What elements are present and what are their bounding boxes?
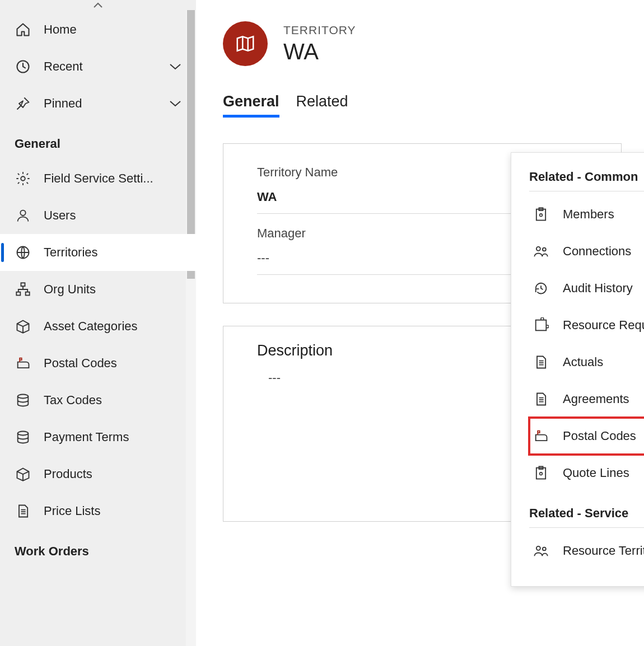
clipboard-gear-icon xyxy=(533,465,549,481)
svg-point-11 xyxy=(540,214,543,217)
document-icon xyxy=(533,354,549,371)
sidebar-item-territories[interactable]: Territories xyxy=(0,234,196,271)
related-item-label: Members xyxy=(563,207,614,222)
svg-point-12 xyxy=(536,247,540,251)
history-icon xyxy=(533,280,549,297)
sidebar-item-label: Recent xyxy=(44,59,83,74)
people-icon xyxy=(533,243,549,260)
related-item-members[interactable]: Members xyxy=(529,196,644,233)
scroll-up-icon[interactable] xyxy=(0,0,196,10)
pin-icon xyxy=(15,95,31,112)
related-item-actuals[interactable]: Actuals xyxy=(529,344,644,381)
sidebar-item-label: Price Lists xyxy=(44,504,100,518)
sidebar-item-label: Pinned xyxy=(44,96,82,111)
related-item-label: Actuals xyxy=(563,355,603,369)
tab-related[interactable]: Related xyxy=(296,93,348,118)
puzzle-icon xyxy=(533,317,549,334)
org-units-icon xyxy=(15,281,31,298)
asset-categories-icon xyxy=(15,318,31,335)
globe-icon xyxy=(15,244,31,261)
record-name: WA xyxy=(283,39,356,64)
related-item-connections[interactable]: Connections xyxy=(529,233,644,270)
related-group-common-header: Related - Common xyxy=(529,170,644,191)
sidebar-nav: Home Recent Pinned General Fi xyxy=(0,0,196,646)
people-icon xyxy=(533,542,549,559)
record-header: TERRITORY WA xyxy=(223,21,644,66)
related-item-label: Resource Territories xyxy=(563,544,644,558)
sidebar-item-label: Payment Terms xyxy=(44,430,129,444)
entity-type-label: TERRITORY xyxy=(283,24,356,37)
sidebar-item-label: Home xyxy=(44,22,77,37)
sidebar-item-pinned[interactable]: Pinned xyxy=(0,85,196,122)
related-item-agreements[interactable]: Agreements xyxy=(529,381,644,418)
sidebar-item-asset-categories[interactable]: Asset Categories xyxy=(0,308,196,345)
sidebar-item-org-units[interactable]: Org Units xyxy=(0,271,196,308)
clock-icon xyxy=(15,58,31,75)
stack-icon xyxy=(15,392,31,409)
related-item-label: Quote Lines xyxy=(563,466,629,480)
sidebar-item-label: Org Units xyxy=(44,282,96,297)
sidebar-section-work-orders: Work Orders xyxy=(0,530,196,568)
related-item-quote-lines[interactable]: Quote Lines xyxy=(529,455,644,491)
sidebar-item-tax-codes[interactable]: Tax Codes xyxy=(0,382,196,419)
mailbox-icon xyxy=(15,355,31,372)
svg-point-1 xyxy=(21,176,25,180)
related-item-label: Connections xyxy=(563,244,631,259)
sidebar-item-field-service-settings[interactable]: Field Service Setti... xyxy=(0,160,196,197)
related-flyout: Related - Common Members Connections Aud… xyxy=(511,152,644,587)
document-icon xyxy=(15,503,31,519)
clipboard-gear-icon xyxy=(533,206,549,223)
svg-point-17 xyxy=(540,472,543,475)
chevron-down-icon xyxy=(169,63,181,71)
related-item-label: Postal Codes xyxy=(563,429,636,443)
related-group-service-header: Related - Service xyxy=(529,506,644,528)
related-item-label: Resource Requirements xyxy=(563,318,644,333)
sidebar-item-products[interactable]: Products xyxy=(0,456,196,493)
related-item-label: Audit History xyxy=(563,281,633,296)
mailbox-icon xyxy=(533,428,549,444)
related-item-resource-requirements[interactable]: Resource Requirements xyxy=(529,307,644,344)
svg-point-7 xyxy=(18,395,29,399)
sidebar-item-postal-codes[interactable]: Postal Codes xyxy=(0,345,196,382)
territory-icon xyxy=(223,21,268,66)
tab-list: General Related xyxy=(223,93,644,121)
svg-point-19 xyxy=(543,547,546,551)
home-icon xyxy=(15,21,31,38)
document-icon xyxy=(533,391,549,408)
sidebar-item-label: Users xyxy=(44,208,76,223)
sidebar-item-label: Field Service Setti... xyxy=(44,171,153,186)
svg-rect-4 xyxy=(21,283,25,286)
svg-point-8 xyxy=(18,432,29,436)
svg-point-2 xyxy=(20,210,25,216)
stack-icon xyxy=(15,429,31,446)
related-item-label: Agreements xyxy=(563,392,629,406)
sidebar-item-label: Territories xyxy=(44,245,98,260)
sidebar-item-users[interactable]: Users xyxy=(0,197,196,234)
sidebar-item-label: Tax Codes xyxy=(44,393,102,408)
tab-general[interactable]: General xyxy=(223,93,279,118)
svg-point-13 xyxy=(543,248,546,251)
gear-icon xyxy=(15,170,31,187)
sidebar-item-price-lists[interactable]: Price Lists xyxy=(0,493,196,530)
svg-rect-14 xyxy=(536,320,547,331)
sidebar-item-payment-terms[interactable]: Payment Terms xyxy=(0,419,196,456)
sidebar-item-label: Products xyxy=(44,467,92,481)
svg-rect-6 xyxy=(26,292,30,296)
sidebar-item-label: Asset Categories xyxy=(44,319,138,334)
related-item-postal-codes[interactable]: Postal Codes xyxy=(529,418,644,455)
svg-rect-5 xyxy=(16,292,20,296)
sidebar-item-recent[interactable]: Recent xyxy=(0,48,196,85)
user-icon xyxy=(15,207,31,224)
package-icon xyxy=(15,466,31,483)
sidebar-item-label: Postal Codes xyxy=(44,356,117,371)
main-content: TERRITORY WA General Related Territory N… xyxy=(196,0,644,646)
chevron-down-icon xyxy=(169,100,181,107)
related-item-audit-history[interactable]: Audit History xyxy=(529,270,644,307)
svg-point-18 xyxy=(536,546,540,550)
related-item-resource-territories[interactable]: Resource Territories xyxy=(529,532,644,569)
sidebar-section-general: General xyxy=(0,122,196,160)
sidebar-item-home[interactable]: Home xyxy=(0,11,196,48)
